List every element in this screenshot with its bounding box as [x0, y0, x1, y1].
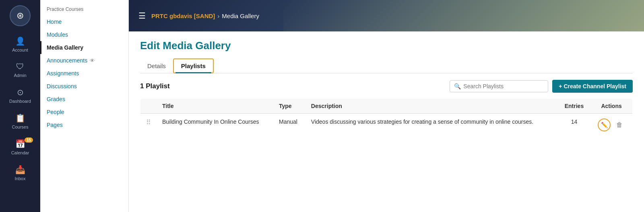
col-type: Type [273, 99, 305, 114]
sidebar-item-people[interactable]: People [40, 106, 128, 118]
sidebar-item-assignments[interactable]: Assignments [40, 67, 128, 80]
hamburger-button[interactable]: ☰ [137, 9, 147, 22]
page-title: Edit Media Gallery [140, 39, 633, 52]
col-entries: Entries [558, 99, 591, 114]
top-header: ☰ PRTC gbdavis [SAND] › Media Gallery [129, 0, 644, 31]
edit-button[interactable]: ✏️ [598, 118, 611, 131]
sidebar-label-grades: Grades [47, 96, 65, 102]
calendar-icon: 📅 [15, 139, 25, 149]
sidebar-item-home[interactable]: Home [40, 15, 128, 28]
playlist-toolbar: 1 Playlist 🔍 + Create Channel Playlist [140, 80, 633, 93]
playlist-table: Title Type Description Entries Actions [140, 98, 633, 137]
search-icon: 🔍 [454, 83, 461, 89]
table-row: ⠿ Building Community In Online Courses M… [140, 114, 633, 137]
sidebar-item-discussions[interactable]: Discussions [40, 80, 128, 93]
action-buttons: ✏️ 🗑 [596, 118, 627, 131]
nav-item-inbox[interactable]: 📥 Inbox [0, 160, 40, 186]
sidebar-item-modules[interactable]: Modules [40, 28, 128, 41]
breadcrumb-separator: › [217, 12, 219, 19]
sidebar-item-announcements[interactable]: Announcements 👁 [40, 54, 128, 67]
nav-item-dashboard[interactable]: ⊙ Dashboard [0, 83, 40, 108]
main-area: ☰ PRTC gbdavis [SAND] › Media Gallery Ed… [129, 0, 644, 212]
table-header-row: Title Type Description Entries Actions [140, 99, 633, 114]
row-actions: ✏️ 🗑 [590, 114, 632, 137]
nav-label-inbox: Inbox [15, 176, 26, 181]
admin-icon: 🛡 [16, 62, 24, 71]
row-description: Videos discussing various strategies for… [305, 114, 558, 137]
logo[interactable]: ⊛ [0, 0, 40, 31]
account-icon: 👤 [15, 36, 25, 46]
nav-label-courses: Courses [12, 125, 29, 129]
drag-handle-icon[interactable]: ⠿ [146, 119, 151, 126]
row-type: Manual [273, 114, 305, 137]
sidebar-label-home: Home [47, 19, 62, 25]
sidebar-course-label: Practice Courses [40, 5, 128, 15]
nav-item-admin[interactable]: 🛡 Admin [0, 57, 40, 83]
courses-icon: 📋 [15, 113, 25, 123]
sidebar-label-discussions: Discussions [47, 83, 77, 89]
content-area: Edit Media Gallery Details Playlists 1 P… [129, 31, 644, 212]
search-input[interactable] [463, 83, 544, 89]
page-title-highlight: Media Gallery [163, 39, 231, 52]
page-title-prefix: Edit [140, 39, 163, 52]
col-title: Title [157, 99, 273, 114]
logo-icon: ⊛ [17, 10, 24, 21]
header-bg-decoration [283, 0, 644, 31]
dashboard-icon: ⊙ [17, 87, 24, 97]
col-description: Description [305, 99, 558, 114]
sidebar-item-pages[interactable]: Pages [40, 118, 128, 131]
breadcrumb: PRTC gbdavis [SAND] › Media Gallery [151, 12, 259, 19]
search-box[interactable]: 🔍 [450, 80, 548, 92]
nav-label-account: Account [12, 48, 28, 52]
eye-icon: 👁 [90, 58, 95, 64]
row-entries: 14 [558, 114, 591, 137]
calendar-badge: 15 [25, 137, 33, 143]
playlist-count: 1 Playlist [140, 82, 170, 90]
nav-label-calendar: Calendar [11, 150, 29, 155]
col-drag [140, 99, 157, 114]
sidebar-label-assignments: Assignments [47, 70, 79, 77]
create-channel-playlist-button[interactable]: + Create Channel Playlist [552, 80, 633, 93]
sidebar-label-pages: Pages [47, 122, 63, 128]
nav-item-calendar[interactable]: 📅 15 Calendar [0, 134, 40, 160]
breadcrumb-current: Media Gallery [222, 12, 259, 19]
toolbar-right: 🔍 + Create Channel Playlist [450, 80, 633, 93]
row-title: Building Community In Online Courses [157, 114, 273, 137]
col-actions: Actions [590, 99, 632, 114]
tabs: Details Playlists [140, 58, 633, 73]
sidebar-label-media-gallery: Media Gallery [47, 44, 83, 51]
nav-label-admin: Admin [14, 73, 26, 78]
pencil-icon: ✏️ [601, 122, 608, 128]
sidebar-item-media-gallery[interactable]: Media Gallery [40, 41, 128, 54]
tab-details[interactable]: Details [140, 58, 173, 73]
sidebar-label-modules: Modules [47, 31, 68, 38]
trash-icon: 🗑 [616, 121, 623, 128]
sidebar-label-announcements: Announcements [47, 57, 87, 64]
breadcrumb-link[interactable]: PRTC gbdavis [SAND] [151, 12, 215, 19]
nav-item-courses[interactable]: 📋 Courses [0, 108, 40, 134]
nav-rail: ⊛ 👤 Account 🛡 Admin ⊙ Dashboard 📋 Course… [0, 0, 40, 212]
sidebar: Practice Courses Home Modules Media Gall… [40, 0, 129, 212]
nav-item-account[interactable]: 👤 Account [0, 31, 40, 57]
drag-handle-cell: ⠿ [140, 114, 157, 137]
tab-playlists[interactable]: Playlists [173, 58, 214, 73]
nav-label-dashboard: Dashboard [9, 99, 31, 104]
inbox-icon: 📥 [15, 165, 25, 175]
sidebar-label-people: People [47, 109, 64, 115]
sidebar-item-grades[interactable]: Grades [40, 93, 128, 106]
delete-button[interactable]: 🗑 [614, 119, 625, 131]
